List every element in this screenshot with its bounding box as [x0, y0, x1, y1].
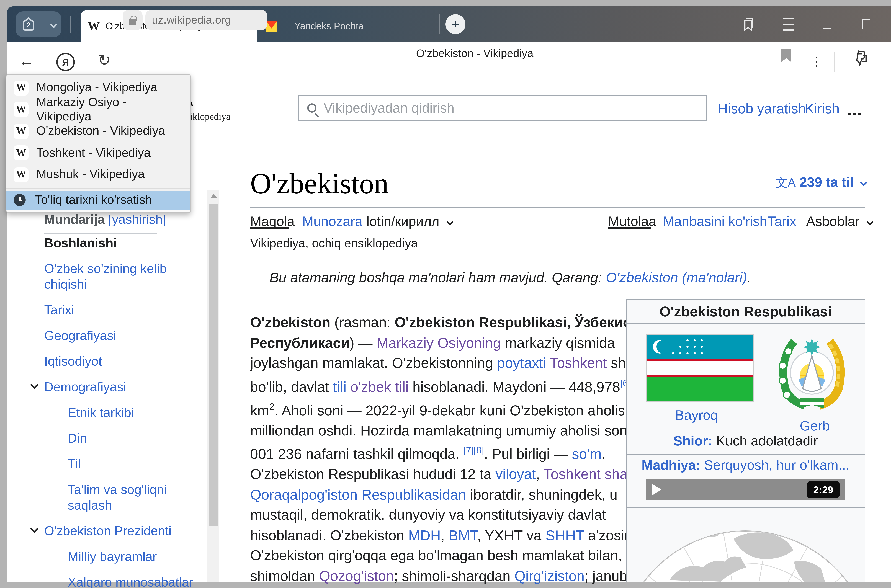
search-bar[interactable]: Vikipediyadan qidirish: [298, 95, 707, 121]
history-item[interactable]: WToshkent - Vikipediya: [6, 142, 190, 164]
text-segment: bo'lib, davlat: [250, 379, 333, 394]
text-segment: [346, 379, 350, 394]
toc-item-label: Etnik tarkibi: [68, 405, 134, 420]
article-link[interactable]: viloyat: [495, 466, 536, 482]
uzbekistan-emblem-image[interactable]: [772, 328, 851, 412]
article-link[interactable]: [7][8]: [464, 445, 484, 456]
article-link[interactable]: tili: [333, 379, 346, 394]
article-link[interactable]: Qirg'iziston: [514, 568, 585, 584]
reload-button[interactable]: ↻: [98, 53, 111, 68]
active-view-marker: [608, 227, 651, 230]
article-link[interactable]: Toshkent: [550, 355, 607, 370]
article-link[interactable]: BMT: [449, 527, 477, 543]
tab-manbasini-korish[interactable]: Manbasini ko'rish: [663, 214, 767, 230]
audio-duration: 2:29: [807, 481, 840, 498]
toc-scrollbar[interactable]: [207, 190, 219, 582]
chevron-down-icon[interactable]: [30, 525, 38, 533]
article-text-line: hisoblanadi. O'zbekiston MDH, BMT, YXHT …: [250, 525, 662, 546]
create-account-link[interactable]: Hisob yaratish: [718, 100, 806, 117]
history-item[interactable]: WMushuk - Vikipediya: [6, 164, 190, 186]
toc-item-label: Milliy bayramlar: [68, 549, 157, 564]
toc-item[interactable]: Xalqaro munosabatlar: [29, 574, 206, 588]
article-link[interactable]: MDH: [408, 527, 441, 543]
back-button[interactable]: ←: [18, 54, 34, 69]
article-link[interactable]: Qoraqalpog'iston Respublikasidan: [250, 487, 466, 502]
article-link[interactable]: Qozog'iston: [319, 568, 394, 584]
bookmark-button[interactable]: [781, 49, 791, 62]
key-icon: [851, 50, 868, 68]
tab-yandeks-pochta[interactable]: Yandeks Pochta: [260, 10, 438, 42]
text-segment: milliondan oshdi. Hozirda mamlakatning u…: [250, 423, 650, 438]
toc-item[interactable]: Etnik tarkibi: [29, 405, 206, 420]
location-map[interactable]: [627, 512, 865, 582]
toc-hide-link[interactable]: [yashirish]: [108, 212, 166, 226]
show-full-history-item[interactable]: To'liq tarixni ko'rsatish: [6, 190, 190, 209]
chevron-down-icon: [50, 21, 57, 28]
toc-item[interactable]: Til: [29, 456, 206, 472]
history-item-label: Markaziy Osiyo - Vikipediya: [36, 95, 183, 124]
login-link[interactable]: Kirish: [805, 100, 840, 117]
text-segment: , YXHT va: [477, 527, 546, 543]
text-segment: O'zbekiston Respublikasi, Ўзбекистон: [394, 314, 655, 330]
toc-item-active[interactable]: Boshlanishi: [29, 235, 206, 251]
chevron-down-icon[interactable]: [30, 381, 38, 389]
tab-variant-selector[interactable]: lotin/кирилл: [366, 214, 453, 230]
article-link[interactable]: Markaziy Osiyoning: [376, 334, 501, 350]
site-security-button[interactable]: [123, 10, 142, 30]
article-link[interactable]: poytaxti: [497, 355, 546, 370]
anthem-title-link[interactable]: Serquyosh, hur o'lkam...: [700, 458, 850, 472]
audio-player[interactable]: 2:29: [646, 479, 845, 500]
toc-item[interactable]: Demografiyasi: [29, 379, 206, 395]
chevron-down-icon: [446, 219, 453, 226]
toc-item[interactable]: Milliy bayramlar: [29, 549, 206, 564]
browser-menu-button[interactable]: [777, 6, 800, 42]
toc-item[interactable]: Geografiyasi: [29, 328, 206, 344]
maximize-button[interactable]: [855, 6, 878, 42]
tab-maqola[interactable]: Maqola: [250, 214, 295, 230]
text-segment: ) —: [350, 334, 376, 350]
anthem-label-link[interactable]: Madhiya:: [642, 458, 700, 472]
toc-item[interactable]: Din: [29, 430, 206, 446]
toc-item-label: O'zbek so'zining kelib chiqishi: [44, 262, 167, 291]
article-link[interactable]: o'zbek tili: [350, 379, 409, 394]
toc-item[interactable]: Tarixi: [29, 302, 206, 318]
toc-item[interactable]: O'zbekiston Prezidenti: [29, 523, 206, 539]
article-link[interactable]: so'm: [572, 446, 602, 462]
more-options-button[interactable]: [847, 105, 862, 118]
tab-tarix[interactable]: Tarix: [768, 214, 796, 230]
page-menu-button[interactable]: ⋮: [810, 54, 823, 69]
tab-asboblar[interactable]: Asboblar: [806, 214, 873, 230]
tab-mutolaa[interactable]: Mutolaa: [608, 214, 656, 230]
play-icon[interactable]: [652, 484, 662, 495]
toc-item[interactable]: O'zbek so'zining kelib chiqishi: [29, 261, 206, 292]
motto-label-link[interactable]: Shior:: [673, 434, 712, 448]
password-manager-button[interactable]: [851, 50, 868, 71]
svg-text:2: 2: [27, 21, 30, 29]
toc-header-label: Mundarija: [44, 212, 105, 226]
article-link[interactable]: O'zbekiston (ma'nolari): [606, 269, 747, 285]
chevron-down-icon: [860, 179, 867, 186]
infobox: O'zbekiston Respublikasi Bayroq: [626, 299, 866, 582]
text-segment: hisoblanadi. Maydoni — 448,978: [409, 379, 620, 394]
emblem-caption-link[interactable]: Gerb: [800, 418, 830, 434]
tab-munozara[interactable]: Munozara: [302, 214, 363, 230]
history-item[interactable]: WMarkaziy Osiyo - Vikipediya: [6, 99, 190, 120]
language-selector[interactable]: 文A 239 ta til: [776, 175, 866, 191]
uzbekistan-flag-image[interactable]: [646, 334, 754, 402]
scroll-up-icon[interactable]: [210, 194, 217, 198]
text-segment: Республикаси: [250, 334, 350, 350]
tab-group-button[interactable]: 2: [16, 11, 61, 37]
yandex-browser-icon[interactable]: Я: [56, 53, 75, 71]
toc-item[interactable]: Ta'lim va sog'liqni saqlash: [29, 482, 206, 513]
article-link[interactable]: SHHT: [546, 527, 584, 543]
minimize-button[interactable]: [816, 6, 838, 42]
toc-item[interactable]: Iqtisodiyot: [29, 354, 206, 369]
flag-caption-link[interactable]: Bayroq: [675, 408, 718, 423]
new-tab-button[interactable]: +: [446, 14, 465, 34]
address-bar[interactable]: uz.wikipedia.org: [146, 10, 267, 30]
text-segment: ,: [536, 466, 543, 482]
toc-scrollbar-thumb[interactable]: [209, 204, 218, 526]
collections-button[interactable]: [738, 6, 760, 42]
article-text-line: mustaqil, demokratik, dunyoviy va konsti…: [250, 505, 662, 525]
toolbar-page-title: O'zbekiston - Vikipediya: [332, 47, 617, 60]
